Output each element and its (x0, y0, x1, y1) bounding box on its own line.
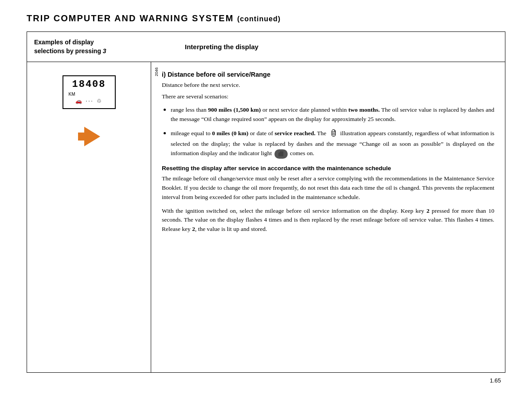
car-icon: 🚗 (75, 98, 83, 104)
key-2-second: 2 (192, 226, 195, 232)
right-panel: i) Distance before oil service/Range Dis… (151, 62, 505, 372)
lcd-display: 18408 KM 🚗 ··· ♲ (63, 75, 116, 109)
intro-line2: There are several scenarios: (162, 92, 494, 101)
bullet-item-2: mileage equal to 0 miles (0 km) or date … (171, 128, 494, 159)
left-content-wrapper: 18408 KM 🚗 ··· ♲ 2046 (63, 71, 116, 109)
page-container: TRIP COMPUTER AND WARNING SYSTEM (contin… (27, 13, 505, 384)
outer-box: Examples of display selections by pressi… (27, 31, 505, 373)
resetting-title: Resetting the display after service in a… (162, 165, 494, 172)
oil-can-icon: 🛢 (329, 128, 337, 140)
section-i-title: i) Distance before oil service/Range (162, 71, 494, 78)
intro-line1: Distance before the next service. (162, 81, 494, 90)
lcd-km: KM (68, 92, 110, 97)
page-title: TRIP COMPUTER AND WARNING SYSTEM (contin… (27, 13, 505, 23)
header-row: Examples of display selections by pressi… (27, 32, 505, 62)
lcd-icons: 🚗 ··· ♲ (68, 98, 110, 105)
reset-para2: With the ignition switched on, select th… (162, 207, 494, 234)
indicator-light-icon: ⬛ (274, 149, 288, 159)
header-left: Examples of display selections by pressi… (34, 38, 158, 55)
lcd-number: 18408 (68, 79, 110, 90)
bullet-item-1: range less than 900 miles (1,500 km) or … (171, 104, 494, 124)
orange-arrow-icon (78, 127, 100, 146)
service-icon: ♲ (97, 98, 103, 104)
reset-para1: The mileage before oil change/service mu… (162, 174, 494, 202)
side-number: 2046 (154, 67, 159, 76)
page-number: 1.65 (27, 377, 505, 384)
left-panel: 18408 KM 🚗 ··· ♲ 2046 (27, 62, 151, 372)
dots-icon: ··· (86, 98, 94, 104)
key-2-first: 2 (426, 207, 430, 214)
bullet-list: range less than 900 miles (1,500 km) or … (171, 104, 494, 159)
header-right: Interpreting the display (158, 43, 258, 51)
arrow-area (78, 127, 100, 146)
content-row: 18408 KM 🚗 ··· ♲ 2046 (27, 62, 505, 372)
